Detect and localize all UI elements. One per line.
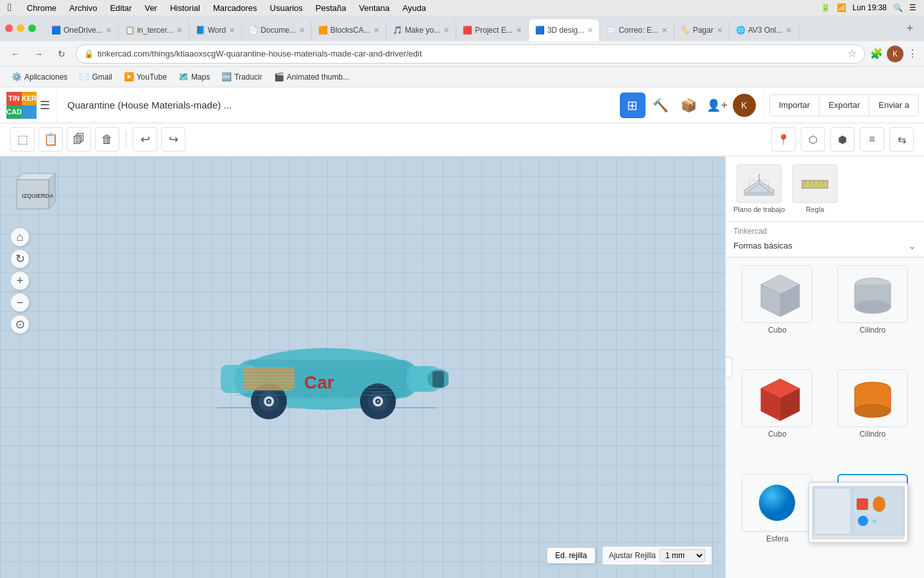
tab-close-projecte[interactable]: ✕ xyxy=(516,26,522,35)
minimize-button[interactable] xyxy=(17,24,24,32)
menu-ayuda[interactable]: Ayuda xyxy=(402,3,426,13)
back-button[interactable]: ← xyxy=(6,45,24,63)
tools-section: Plano de trabajo Regla xyxy=(726,157,924,222)
tab-projecte[interactable]: 🟥Project E...✕ xyxy=(456,19,529,41)
workplane-thumb xyxy=(737,164,782,203)
shape-item-red-cube[interactable]: Cubo xyxy=(733,369,821,466)
import-button[interactable]: Importar xyxy=(769,94,819,116)
orbit-button[interactable]: ↻ xyxy=(10,249,30,268)
hole-icon[interactable]: ⬡ xyxy=(801,127,825,152)
mirror-icon[interactable]: ⇆ xyxy=(889,127,914,152)
tab-in_tercero[interactable]: 📋in_tercer...✕ xyxy=(119,19,189,41)
new-tab-button[interactable]: + xyxy=(901,19,919,37)
apple-menu[interactable]:  xyxy=(8,2,12,13)
search-icon[interactable]: 🔍 xyxy=(893,3,903,12)
tab-blocksc[interactable]: 🟧BlocksCA...✕ xyxy=(312,19,386,41)
menu-archivo[interactable]: Archivo xyxy=(69,3,97,13)
duplicate-button[interactable]: 🗐 xyxy=(67,127,91,152)
fit-view-button[interactable]: ⊙ xyxy=(10,315,30,334)
grid-view-icon[interactable]: ⊞ xyxy=(620,92,646,118)
extensions-icon[interactable]: 🧩 xyxy=(870,48,883,60)
bookmark-label-animated: Animated thumb... xyxy=(287,73,349,82)
blocks-icon[interactable]: 📦 xyxy=(676,92,702,118)
ruler-tool[interactable]: Regla xyxy=(792,164,837,213)
shapes-dropdown[interactable]: Formas básicas ⌄ xyxy=(733,240,916,252)
canvas-area[interactable]: IZQUIERDA ⌂ ↻ + − ⊙ xyxy=(0,157,725,578)
export-button[interactable]: Exportar xyxy=(819,94,869,116)
view-cube[interactable]: IZQUIERDA xyxy=(10,167,62,217)
shape-item-text-n[interactable]: Texto N xyxy=(829,474,917,570)
menu-editar[interactable]: Editar xyxy=(110,3,132,13)
forward-button[interactable]: → xyxy=(30,45,47,63)
bookmark-aplicaciones[interactable]: ⚙️Aplicaciones xyxy=(6,69,73,85)
profile-avatar[interactable]: K xyxy=(887,46,903,62)
shape-item-orange-cylinder[interactable]: Cilindro xyxy=(829,369,917,466)
tab-pagar[interactable]: 🏷️Pagar✕ xyxy=(674,19,730,41)
undo-button[interactable]: ↩ xyxy=(133,127,157,152)
send-button[interactable]: Enviar a xyxy=(869,94,919,116)
delete-button[interactable]: 🗑 xyxy=(95,127,119,152)
maximize-button[interactable] xyxy=(28,24,36,32)
bookmark-maps[interactable]: 🗺️Maps xyxy=(173,69,215,85)
tab-close-docume[interactable]: ✕ xyxy=(299,26,305,35)
tinkercad-section-label: Tinkercad xyxy=(733,227,916,236)
tab-close-pagar[interactable]: ✕ xyxy=(717,26,723,35)
bookmark-gmail[interactable]: ✉️Gmail xyxy=(74,69,117,85)
bookmark-star[interactable]: ☆ xyxy=(848,48,857,60)
tab-onedrive[interactable]: 🟦OneDrive...✕ xyxy=(45,19,119,41)
chrome-menu-icon[interactable]: ⋮ xyxy=(907,48,918,60)
ed-rejilla-button[interactable]: Ed. rejilla xyxy=(547,547,595,564)
menu-list-icon[interactable]: ☰ xyxy=(40,98,50,112)
build-icon[interactable]: 🔨 xyxy=(648,92,674,118)
view-toggle-button[interactable]: ⬚ xyxy=(10,127,35,152)
menu-ventana[interactable]: Ventana xyxy=(359,3,390,13)
tab-close-blocksc[interactable]: ✕ xyxy=(373,26,379,35)
tab-close-word[interactable]: ✕ xyxy=(229,26,235,35)
home-view-button[interactable]: ⌂ xyxy=(10,227,30,247)
reload-button[interactable]: ↻ xyxy=(53,45,71,63)
dropdown-arrow-icon[interactable]: ⌄ xyxy=(908,240,916,252)
shape-thumb-gray-cylinder xyxy=(837,265,908,323)
menu-pestana[interactable]: Pestaña xyxy=(316,3,346,13)
copy-button[interactable]: 📋 xyxy=(38,127,63,152)
panel-toggle-button[interactable]: › xyxy=(725,357,732,378)
tab-docume[interactable]: 📄Docume...✕ xyxy=(242,19,312,41)
solid-icon[interactable]: ⬢ xyxy=(830,127,855,152)
shape-item-gray-cube[interactable]: Cubo xyxy=(733,265,821,362)
menu-ver[interactable]: Ver xyxy=(144,3,157,13)
bookmark-youtube[interactable]: ▶️YouTube xyxy=(119,69,172,85)
tab-close-in_tercero[interactable]: ✕ xyxy=(176,26,182,35)
add-user-icon[interactable]: 👤+ xyxy=(705,92,730,118)
menu-usuarios[interactable]: Usuarios xyxy=(270,3,303,13)
shape-item-gray-cylinder[interactable]: Cilindro xyxy=(829,265,917,362)
notification-icon[interactable]: ☰ xyxy=(909,3,916,12)
mm-select[interactable]: 1 mm 0.5 mm 2 mm xyxy=(660,549,705,562)
zoom-in-button[interactable]: + xyxy=(10,271,30,290)
tab-av3[interactable]: 🌐AV3 Onl...✕ xyxy=(730,19,799,41)
tab-makeyou[interactable]: 🎵Make yo...✕ xyxy=(386,19,456,41)
tab-close-av3[interactable]: ✕ xyxy=(786,26,792,35)
pin-icon[interactable]: 📍 xyxy=(771,127,796,152)
tinkercad-logo[interactable]: TIN KER CAD xyxy=(6,92,33,119)
logo-tin: TIN xyxy=(6,92,22,105)
user-avatar[interactable]: K xyxy=(733,94,756,117)
workplane-tool[interactable]: Plano de trabajo xyxy=(733,164,785,213)
tab-close-makeyou[interactable]: ✕ xyxy=(443,26,449,35)
menu-chrome[interactable]: Chrome xyxy=(27,3,56,13)
tab-correo[interactable]: ✉️Correo: E...✕ xyxy=(600,19,674,41)
bookmark-traducir[interactable]: 🔤Traducir xyxy=(216,69,268,85)
menu-marcadores[interactable]: Marcadores xyxy=(213,3,257,13)
zoom-out-button[interactable]: − xyxy=(10,293,30,312)
bookmark-animated[interactable]: 🎬Animated thumb... xyxy=(269,69,354,85)
tab-close-3ddesig[interactable]: ✕ xyxy=(587,26,593,35)
3d-model-container[interactable]: Car xyxy=(205,295,449,439)
menu-historial[interactable]: Historial xyxy=(170,3,200,13)
tab-close-onedrive[interactable]: ✕ xyxy=(106,26,112,35)
tab-3ddesig[interactable]: 🟦3D desig...✕ xyxy=(529,19,600,41)
align-icon[interactable]: ≡ xyxy=(860,127,884,152)
tab-close-correo[interactable]: ✕ xyxy=(662,26,667,35)
redo-button[interactable]: ↪ xyxy=(161,127,185,152)
close-button[interactable] xyxy=(5,24,13,32)
omnibox[interactable]: 🔒 tinkercad.com/things/ktiaaoxscgW-quara… xyxy=(76,44,865,64)
tab-word[interactable]: 📘Word✕ xyxy=(189,19,242,41)
